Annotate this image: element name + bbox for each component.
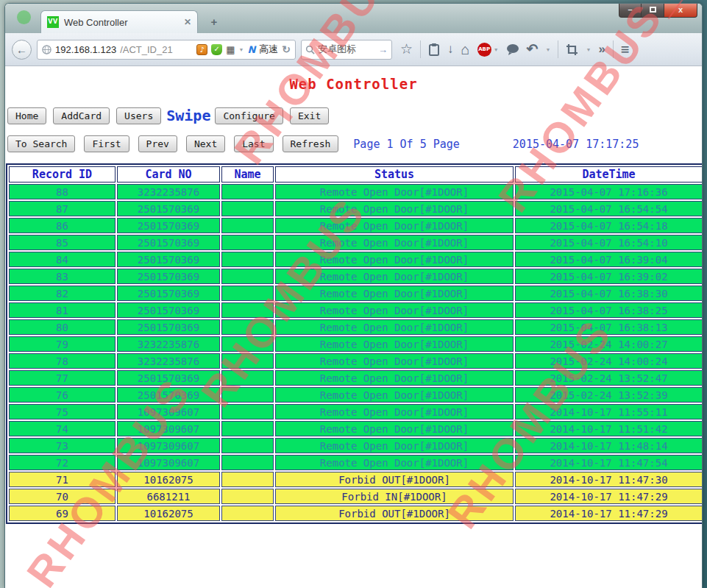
table-cell xyxy=(221,438,274,453)
nav-current-swipe: Swipe xyxy=(166,107,210,124)
table-row: 822501570369Remote Open Door[#1DOOR]2015… xyxy=(9,286,702,301)
table-cell xyxy=(221,218,274,233)
titlebar: VV Web Controller ✕ + – x xyxy=(5,4,702,33)
table-cell: 10162075 xyxy=(117,472,220,487)
table-cell: 2501570369 xyxy=(117,387,220,403)
pager-button-prev[interactable]: Prev xyxy=(138,135,177,152)
table-row: 772501570369Remote Open Door[#1DOOR]2015… xyxy=(9,370,702,386)
pager-button-first[interactable]: First xyxy=(84,135,129,152)
new-tab-button[interactable]: + xyxy=(205,14,223,30)
menu-hamburger-icon[interactable]: ≡ xyxy=(621,41,630,58)
chevron-down-icon[interactable]: ▼ xyxy=(586,47,591,52)
table-cell: 2015-04-07 16:54:10 xyxy=(515,235,702,250)
table-cell: 2014-10-17 11:47:29 xyxy=(515,506,702,521)
nav-button-configure[interactable]: Configure xyxy=(215,107,283,124)
bookmark-star-icon[interactable]: ☆ xyxy=(400,42,413,57)
close-button[interactable]: x xyxy=(664,4,697,18)
chevron-down-icon[interactable]: ▼ xyxy=(546,47,551,52)
table-cell xyxy=(221,404,274,419)
table-cell: Remote Open Door[#1DOOR] xyxy=(275,235,514,250)
table-cell: Forbid OUT[#1DOOR] xyxy=(275,472,514,487)
downloads-icon[interactable]: ↓ xyxy=(447,42,454,57)
pager-button-last[interactable]: Last xyxy=(234,135,273,152)
table-cell: 2501570369 xyxy=(117,218,220,233)
home-icon[interactable]: ⌂ xyxy=(461,42,470,57)
column-header-name: Name xyxy=(221,166,274,183)
pager-button-next[interactable]: Next xyxy=(186,135,225,152)
table-row: 7110162075Forbid OUT[#1DOOR]2014-10-17 1… xyxy=(9,472,702,487)
table-row: 731097309607Remote Open Door[#1DOOR]2014… xyxy=(9,438,702,453)
browser-tab[interactable]: VV Web Controller ✕ xyxy=(40,10,198,33)
nav-button-addcard[interactable]: AddCard xyxy=(53,107,110,124)
search-input[interactable]: 安卓图标 xyxy=(318,43,375,56)
pager-button-to-search[interactable]: To Search xyxy=(7,135,75,152)
nav-button-exit[interactable]: Exit xyxy=(290,107,329,124)
qr-code-icon[interactable]: ▦ xyxy=(226,44,235,55)
table-cell: 78 xyxy=(9,353,116,369)
table-row: 883232235876Remote Open Door[#1DOOR]2015… xyxy=(9,184,702,199)
nav-button-home[interactable]: Home xyxy=(7,107,46,124)
table-cell xyxy=(221,387,274,403)
search-go-icon[interactable]: → xyxy=(378,44,388,55)
table-cell: 72 xyxy=(9,455,116,470)
table-cell: Remote Open Door[#1DOOR] xyxy=(275,387,514,403)
table-cell: 70 xyxy=(9,489,116,504)
undo-icon[interactable]: ↶ xyxy=(527,42,539,57)
table-cell: 2501570369 xyxy=(117,235,220,250)
table-cell: 2015-02-24 13:52:39 xyxy=(515,387,702,403)
table-cell xyxy=(221,201,274,216)
tab-close-icon[interactable]: ✕ xyxy=(184,17,191,27)
table-cell: 84 xyxy=(9,252,116,267)
table-row: 793232235876Remote Open Door[#1DOOR]2015… xyxy=(9,336,702,352)
table-cell: Remote Open Door[#1DOOR] xyxy=(275,336,514,352)
table-cell: 1097309607 xyxy=(117,438,220,453)
chevron-down-icon[interactable]: ▼ xyxy=(238,47,244,52)
table-cell: 3232235876 xyxy=(117,184,220,199)
navigation-toolbar: ← 192.168.1.123/ACT_ID_21 ♪ ✓ ▦ ▼ N 高速 ↻… xyxy=(5,33,702,66)
browser-window: VV Web Controller ✕ + – x ← 192.168.1.12… xyxy=(4,3,703,588)
table-cell xyxy=(221,489,274,504)
toolbar-separator xyxy=(613,40,614,58)
page-info: Page 1 Of 5 Page xyxy=(353,138,460,151)
maximize-icon xyxy=(650,7,656,13)
table-cell: 1097309607 xyxy=(117,455,220,470)
table-cell: 75 xyxy=(9,404,116,419)
speed-mode-label[interactable]: 高速 xyxy=(259,43,278,56)
table-cell: 2015-04-07 16:38:13 xyxy=(515,319,702,335)
url-bar[interactable]: 192.168.1.123/ACT_ID_21 ♪ ✓ ▦ ▼ N 高速 ↻ xyxy=(37,40,296,60)
maximize-button[interactable] xyxy=(642,4,664,18)
table-row: 721097309607Remote Open Door[#1DOOR]2014… xyxy=(9,455,702,470)
reload-icon[interactable]: ↻ xyxy=(282,43,291,55)
table-cell: Remote Open Door[#1DOOR] xyxy=(275,404,514,419)
music-extension-icon[interactable]: ♪ xyxy=(196,44,207,55)
search-icon xyxy=(305,45,315,54)
speed-mode-icon[interactable]: N xyxy=(247,44,255,55)
table-cell: 2501570369 xyxy=(117,286,220,301)
search-box[interactable]: 安卓图标 → xyxy=(301,40,392,60)
table-cell: 2015-02-24 13:52:47 xyxy=(515,370,702,386)
table-cell: Remote Open Door[#1DOOR] xyxy=(275,184,514,199)
table-cell: 79 xyxy=(9,336,116,352)
nav-button-users[interactable]: Users xyxy=(116,107,161,124)
toolbar-icons: ☆ ↓ ⌂ ABP ▼ ↶ ▼ ▼ » xyxy=(400,40,630,58)
table-row: 802501570369Remote Open Door[#1DOOR]2015… xyxy=(9,319,702,335)
chat-bubble-icon[interactable] xyxy=(506,43,519,55)
table-row: 741097309607Remote Open Door[#1DOOR]2014… xyxy=(9,421,702,436)
security-shield-icon[interactable]: ✓ xyxy=(211,44,222,55)
web-page: Web Controller HomeAddCardUsersSwipeConf… xyxy=(5,66,702,588)
table-cell xyxy=(221,336,274,352)
table-cell: 2015-04-07 16:39:02 xyxy=(515,269,702,284)
table-cell xyxy=(221,506,274,521)
pager-button-refresh[interactable]: Refresh xyxy=(283,135,339,152)
table-cell: 88 xyxy=(9,184,116,199)
table-cell: 2501570369 xyxy=(117,252,220,267)
table-cell: 2501570369 xyxy=(117,370,220,386)
clipboard-icon[interactable] xyxy=(428,43,440,56)
tab-title: Web Controller xyxy=(64,17,179,28)
minimize-button[interactable]: – xyxy=(619,4,642,18)
adblock-button[interactable]: ABP ▼ xyxy=(477,43,499,57)
screenshot-crop-icon[interactable] xyxy=(566,43,578,56)
table-cell: 3232235876 xyxy=(117,336,220,352)
overflow-more-icon[interactable]: » xyxy=(598,42,605,57)
back-button[interactable]: ← xyxy=(12,40,32,60)
